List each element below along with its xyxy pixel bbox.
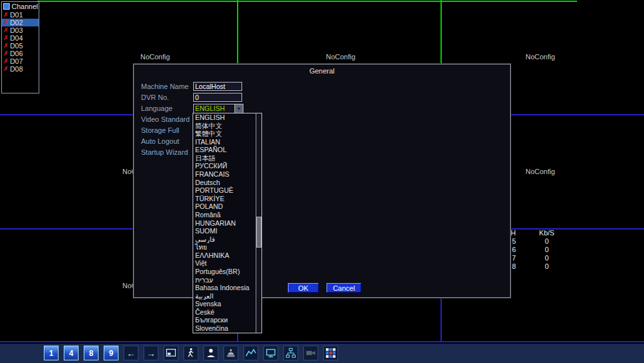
dialog-title: General (134, 67, 510, 75)
chevron-down-icon[interactable]: ▼ (234, 104, 243, 113)
bottom-toolbar: 1489←→ (0, 344, 644, 363)
language-option[interactable]: 简体中文 (193, 122, 256, 130)
language-option[interactable]: FRANCAIS (193, 170, 256, 179)
prev-page-button[interactable]: ← (124, 346, 138, 360)
machine-name-label: Machine Name (141, 83, 189, 90)
noconfig-label: NoConfig (526, 53, 555, 61)
language-option[interactable]: ENGLISH (193, 113, 256, 122)
language-option[interactable]: العربية (193, 292, 256, 300)
language-option[interactable]: ไทย (193, 243, 256, 251)
line-chart-icon (245, 348, 256, 358)
general-dialog: General Machine Name DVR No. Language EN… (133, 64, 511, 298)
channel-item-label: D06 (10, 50, 23, 57)
channel-item-d07[interactable]: ✗D07 (2, 57, 39, 65)
language-option[interactable]: PORTUGUÊ (193, 186, 256, 195)
language-option[interactable]: Svenska (193, 300, 256, 308)
bitrate-value: 0 (533, 262, 561, 271)
language-option[interactable]: 日本語 (193, 154, 256, 162)
language-option[interactable]: SUOMI (193, 227, 256, 235)
kbs-column-header: Kb/S (533, 229, 561, 237)
noconfig-label: NoConfig (526, 168, 555, 175)
channel-status-button[interactable] (323, 346, 338, 360)
language-option[interactable]: 繁體中文 (193, 130, 256, 138)
language-option[interactable]: Slovenčina (193, 324, 256, 333)
channel-item-label: D01 (10, 11, 23, 19)
language-option[interactable]: HUNGARIAN (193, 219, 256, 228)
channel-panel-title: Channel (12, 3, 38, 10)
language-option[interactable]: Deutsch (193, 179, 256, 187)
machine-name-input[interactable] (193, 82, 242, 91)
storage-full-field: Storage Full (134, 126, 510, 135)
network-tree-icon (285, 348, 296, 358)
bitrate-value: 0 (533, 254, 561, 262)
channel-item-d04[interactable]: ✗D04 (2, 34, 39, 42)
language-option[interactable]: فارسی (193, 235, 256, 244)
noconfig-label: NoConfig (326, 53, 355, 61)
grid-line-horizontal (0, 341, 644, 342)
single-screen-button[interactable] (164, 346, 178, 360)
view-8-button[interactable]: 8 (84, 346, 99, 360)
scrollbar-thumb[interactable] (256, 217, 261, 248)
language-option[interactable]: ESPAÑOL (193, 146, 256, 154)
channel-item-label: D05 (10, 42, 23, 50)
language-option[interactable]: POLAND (193, 202, 256, 211)
record-button[interactable] (303, 346, 318, 360)
language-option[interactable]: עברית (193, 276, 256, 284)
user-button[interactable] (204, 346, 218, 360)
channel-item-d06[interactable]: ✗D06 (2, 50, 39, 57)
language-option[interactable]: ITALIAN (193, 138, 256, 146)
bitrate-button[interactable] (243, 346, 258, 360)
channel-item-d01[interactable]: ✗D01 (2, 11, 39, 19)
language-label: Language (141, 104, 173, 112)
channel-item-label: D08 (10, 65, 23, 73)
channel-item-d02[interactable]: ✗D02 (2, 19, 39, 26)
language-option[interactable]: Română (193, 211, 256, 219)
language-option[interactable]: Български (193, 316, 256, 324)
person-walking-icon (185, 348, 196, 358)
camera-icon (305, 348, 316, 358)
channel-panel-icon (3, 3, 10, 10)
network-button[interactable] (283, 346, 298, 360)
channel-item-d05[interactable]: ✗D05 (2, 42, 39, 50)
monitor-box-icon (166, 348, 176, 358)
language-dropdown-list: ENGLISH简体中文繁體中文ITALIANESPAÑOL日本語РУССКИЙF… (193, 113, 262, 333)
grid-line-top-selected (37, 1, 577, 2)
machine-name-field: Machine Name (134, 82, 510, 91)
next-page-button[interactable]: → (144, 346, 158, 360)
dvr-no-input[interactable] (193, 93, 242, 102)
language-options: ENGLISH简体中文繁體中文ITALIANESPAÑOL日本語РУССКИЙF… (193, 113, 256, 333)
language-option[interactable]: Bahasa Indonesia (193, 284, 256, 292)
language-option[interactable]: TÜRKİYE (193, 195, 256, 203)
channel-item-label: D04 (10, 34, 23, 42)
noconfig-label: NoConfig (140, 53, 170, 61)
channel-offline-icon: ✗ (3, 66, 8, 72)
arrow-right-icon: → (147, 349, 156, 358)
ptz-button[interactable] (223, 346, 238, 360)
language-select[interactable]: ENGLISH ▼ (193, 104, 243, 113)
channel-item-d03[interactable]: ✗D03 (2, 26, 39, 34)
channel-item-label: D02 (10, 19, 23, 26)
view-1-button[interactable]: 1 (44, 346, 59, 360)
language-option[interactable]: РУССКИЙ (193, 162, 256, 170)
language-field: Language ENGLISH ▼ (134, 104, 510, 113)
language-option[interactable]: České (193, 308, 256, 317)
channel-offline-icon: ✗ (3, 58, 8, 64)
channel-item-d08[interactable]: ✗D08 (2, 65, 39, 73)
channel-item-label: D03 (10, 26, 23, 34)
color-grid-icon (325, 348, 336, 358)
language-option[interactable]: ΕΛΛΗΝΙΚΑ (193, 251, 256, 260)
view-4-button[interactable]: 4 (64, 346, 79, 360)
channel-offline-icon: ✗ (3, 12, 8, 18)
ok-button[interactable]: OK (288, 283, 319, 293)
view-9-button[interactable]: 9 (104, 346, 118, 360)
storage-full-label: Storage Full (141, 126, 179, 134)
auto-logout-label: Auto Logout (141, 137, 179, 145)
language-option[interactable]: Português(BR) (193, 268, 256, 276)
cancel-button[interactable]: Cancel (327, 283, 361, 293)
video-standard-field: Video Standard (134, 115, 510, 124)
ptz-dome-icon (225, 348, 236, 358)
language-option[interactable]: Việt (193, 259, 256, 268)
display-button[interactable] (263, 346, 278, 360)
dropdown-scrollbar[interactable] (256, 113, 261, 333)
tour-button[interactable] (184, 346, 198, 360)
